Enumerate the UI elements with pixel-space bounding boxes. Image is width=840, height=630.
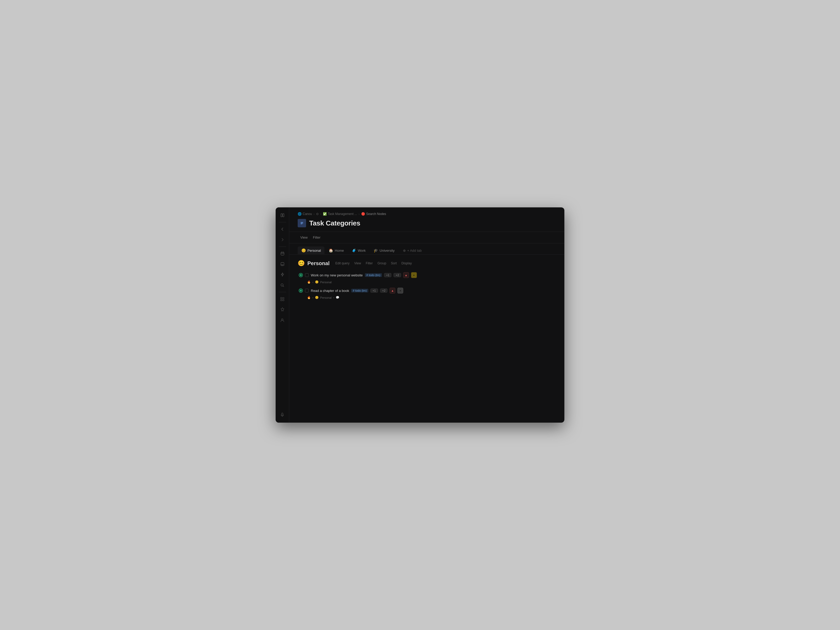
view-group-button[interactable]: View [352,261,363,266]
task-2-checkbox[interactable] [305,289,309,292]
app-window: 🌐 Canou › ⊙ › ✅ Task Management ... › 🔴 … [276,207,564,423]
sidebar [276,207,289,423]
task-1-badge-2[interactable]: +2 [393,273,401,277]
tabs: 😊 Personal 🏠 Home 🧳 Work 🎓 University ⊕ … [289,243,564,255]
main-area: 🌐 Canou › ⊙ › ✅ Task Management ... › 🔴 … [289,207,564,423]
edit-query-button[interactable]: Edit query [333,261,352,266]
page-title: Task Categories [309,219,360,227]
group-header: 😊 Personal Edit query View Filter Group … [298,259,556,267]
inbox-icon[interactable] [278,259,287,269]
canou-icon: 🌐 [298,212,302,216]
university-tab-icon: 🎓 [374,248,378,253]
bolt-icon[interactable] [278,270,287,279]
svg-rect-2 [281,252,284,255]
task-1-status[interactable] [299,273,303,277]
task-2-status-inner [300,289,302,292]
task-row[interactable]: Work on my new personal website # todo (… [298,270,556,280]
task-1-priority[interactable]: ▲ [403,272,409,278]
breadcrumb-sep-1: › [313,212,314,216]
toolbar: View Filter [289,232,564,243]
sidebar-divider-2 [279,246,286,247]
breadcrumb-sep-2: › [320,212,321,216]
calendar-icon[interactable] [278,249,287,258]
svg-rect-5 [281,297,282,299]
group-title: Personal [307,261,330,267]
task-1-fire-icon: 🔥 [307,280,311,284]
task-2-badge-1[interactable]: +1 [370,289,378,293]
personal-tab-icon: 😊 [302,248,306,253]
search-icon[interactable] [278,280,287,290]
breadcrumb: 🌐 Canou › ⊙ › ✅ Task Management ... › 🔴 … [289,207,564,218]
task-2-dot-1: • [313,296,313,299]
view-button[interactable]: View [298,234,310,240]
svg-rect-7 [281,300,282,301]
check-icon: ✅ [323,212,327,216]
breadcrumb-sep-3: › [358,212,360,216]
task-2-name: Read a chapter of a book [311,289,349,293]
pin-icon[interactable] [278,305,287,314]
avatar-icon[interactable] [278,315,287,325]
task-row[interactable]: Read a chapter of a book # todo (tm) +1 … [298,286,556,295]
task-list: Work on my new personal website # todo (… [298,270,556,301]
breadcrumb-ellipsis[interactable]: ⊙ [316,212,319,216]
svg-rect-0 [281,214,282,217]
task-1-status-inner [300,274,302,276]
breadcrumb-search-nodes[interactable]: 🔴 Search Nodes [361,212,386,216]
group-group-button[interactable]: Group [375,261,388,266]
svg-rect-10 [282,413,283,415]
filter-button[interactable]: Filter [310,234,323,240]
task-1-dot: • [313,281,313,284]
task-1-tag[interactable]: # todo (tm) [365,273,382,277]
task-2-badge-2[interactable]: +2 [380,289,388,293]
task-2-priority[interactable]: ▲ [390,288,395,294]
svg-point-9 [282,319,283,320]
tab-home[interactable]: 🏠 Home [325,246,347,254]
task-1-square[interactable]: ▪ [411,272,417,278]
forward-icon[interactable] [278,235,287,245]
task-2-wrapper: Read a chapter of a book # todo (tm) +1 … [298,286,556,299]
task-1-meta-emoji: 😊 [315,280,319,284]
ellipsis-icon: ⊙ [316,212,319,216]
svg-rect-3 [281,262,284,266]
tab-personal[interactable]: 😊 Personal [298,246,324,254]
group-emoji: 😊 [298,260,305,267]
task-1-meta: 🔥 • 😊 Personal [307,280,556,284]
task-1-meta-label: Personal [320,281,332,284]
back-icon[interactable] [278,224,287,234]
task-2-meta-label: Personal [320,296,332,299]
task-2-fire-icon: 🔥 [307,296,311,299]
home-tab-icon: 🏠 [328,248,333,253]
tab-university[interactable]: 🎓 University [370,246,398,254]
task-2-meta: 🔥 • 😊 Personal • 💬 [307,296,556,299]
content-area: 😊 Personal Edit query View Filter Group … [289,255,564,423]
collapse-icon[interactable] [278,210,287,220]
grid-icon[interactable] [278,294,287,304]
page-icon [298,219,306,227]
group-actions: Edit query View Filter Group Sort Displa… [333,261,414,266]
svg-rect-6 [283,297,284,299]
filter-group-button[interactable]: Filter [363,261,375,266]
task-2-meta-emoji: 😊 [315,296,319,299]
mic-icon[interactable] [278,410,287,420]
search-nodes-icon: 🔴 [361,212,365,216]
task-1-checkbox[interactable] [305,273,309,277]
work-tab-icon: 🧳 [352,248,356,253]
add-tab-button[interactable]: ⊕ + Add tab [400,247,425,254]
svg-rect-1 [283,214,284,217]
breadcrumb-task-mgmt[interactable]: ✅ Task Management ... [323,212,357,216]
sort-button[interactable]: Sort [389,261,399,266]
task-2-tag[interactable]: # todo (tm) [351,289,368,292]
task-1-name: Work on my new personal website [311,273,363,277]
svg-rect-8 [283,300,284,301]
breadcrumb-canou[interactable]: 🌐 Canou [298,212,312,216]
display-button[interactable]: Display [399,261,414,266]
task-1-badge-1[interactable]: +1 [384,273,392,277]
task-2-status[interactable] [299,289,303,293]
tab-work[interactable]: 🧳 Work [348,246,369,254]
add-tab-icon: ⊕ [403,249,406,253]
page-header: Task Categories [289,218,564,232]
task-2-comment-icon: 💬 [336,296,339,299]
task-2-dot-2: • [333,296,334,299]
task-2-square[interactable]: ▪ [398,288,403,294]
task-1-wrapper: Work on my new personal website # todo (… [298,270,556,284]
